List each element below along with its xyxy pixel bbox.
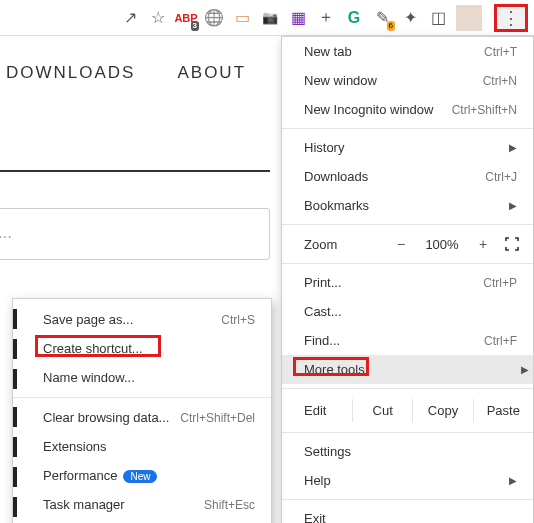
marker-icon (13, 497, 17, 517)
share-icon[interactable]: ↗ (120, 8, 140, 28)
purple-ext-icon[interactable]: ▦ (288, 8, 308, 28)
bookmark-star-icon[interactable]: ☆ (148, 8, 168, 28)
nav-downloads[interactable]: DOWNLOADS (0, 55, 141, 91)
menu-bookmarks[interactable]: Bookmarks▶ (282, 191, 533, 220)
site-nav: DOWNLOADS ABOUT (0, 55, 252, 91)
submenu-extensions[interactable]: Extensions (13, 432, 271, 461)
chrome-menu-button[interactable]: ⋮ (494, 4, 528, 32)
profile-avatar[interactable] (456, 5, 482, 31)
nav-about[interactable]: ABOUT (171, 55, 252, 91)
marker-icon (13, 369, 17, 389)
submenu-performance[interactable]: PerformanceNew (13, 461, 271, 490)
submenu-name-window[interactable]: Name window... (13, 363, 271, 392)
plus-ext-icon[interactable]: ＋ (316, 8, 336, 28)
menu-help[interactable]: Help▶ (282, 466, 533, 495)
zoom-value: 100% (421, 237, 463, 252)
note-ext-icon[interactable]: ▭ (232, 8, 252, 28)
submenu-clear-data[interactable]: Clear browsing data...Ctrl+Shift+Del (13, 403, 271, 432)
menu-settings[interactable]: Settings (282, 437, 533, 466)
marker-icon (13, 309, 17, 329)
page-divider (0, 170, 270, 172)
camera-ext-icon[interactable]: 📷 (260, 8, 280, 28)
submenu-save-page[interactable]: Save page as...Ctrl+S (13, 305, 271, 334)
adblock-icon[interactable]: ABP3 (176, 8, 196, 28)
chrome-main-menu: New tabCtrl+T New windowCtrl+N New Incog… (281, 36, 534, 523)
menu-print[interactable]: Print...Ctrl+P (282, 268, 533, 297)
chevron-right-icon: ▶ (509, 475, 517, 486)
menu-edit-row: Edit Cut Copy Paste (282, 393, 533, 428)
zoom-label: Zoom (304, 237, 381, 252)
browser-toolbar: ↗ ☆ ABP3 🌐 ▭ 📷 ▦ ＋ G ✎6 ✦ ◫ ⋮ (0, 0, 534, 36)
menu-separator (282, 499, 533, 500)
submenu-task-manager[interactable]: Task managerShift+Esc (13, 490, 271, 519)
chevron-right-icon: ▶ (509, 142, 517, 153)
fullscreen-icon[interactable] (503, 235, 521, 253)
menu-separator (282, 263, 533, 264)
menu-cast[interactable]: Cast... (282, 297, 533, 326)
menu-separator (282, 432, 533, 433)
extensions-puzzle-icon[interactable]: ✦ (400, 8, 420, 28)
kebab-icon: ⋮ (502, 9, 520, 27)
grammarly-icon[interactable]: G (344, 8, 364, 28)
menu-more-tools[interactable]: More tools▶ (282, 355, 533, 384)
menu-exit[interactable]: Exit (282, 504, 533, 523)
menu-separator (282, 388, 533, 389)
submenu-separator (13, 397, 271, 398)
menu-zoom-row: Zoom − 100% + (282, 229, 533, 259)
new-badge: New (123, 470, 157, 483)
menu-downloads[interactable]: DownloadsCtrl+J (282, 162, 533, 191)
more-tools-submenu: Save page as...Ctrl+S Create shortcut...… (12, 298, 272, 523)
globe-icon[interactable]: 🌐 (204, 8, 224, 28)
marker-icon (13, 467, 17, 487)
menu-separator (282, 128, 533, 129)
menu-new-incognito[interactable]: New Incognito windowCtrl+Shift+N (282, 95, 533, 124)
marker-icon (13, 407, 17, 427)
chevron-right-icon: ▶ (521, 364, 529, 375)
page-search-input[interactable]: te ... (0, 208, 270, 260)
zoom-in-button[interactable]: + (473, 236, 493, 252)
edit-cut-button[interactable]: Cut (352, 399, 412, 422)
edit-copy-button[interactable]: Copy (412, 399, 472, 422)
menu-find[interactable]: Find...Ctrl+F (282, 326, 533, 355)
pen-ext-icon[interactable]: ✎6 (372, 8, 392, 28)
edit-paste-button[interactable]: Paste (473, 399, 533, 422)
marker-icon (13, 437, 17, 457)
edit-label: Edit (304, 403, 352, 418)
menu-new-tab[interactable]: New tabCtrl+T (282, 37, 533, 66)
submenu-create-shortcut[interactable]: Create shortcut... (13, 334, 271, 363)
menu-separator (282, 224, 533, 225)
chevron-right-icon: ▶ (509, 200, 517, 211)
menu-new-window[interactable]: New windowCtrl+N (282, 66, 533, 95)
menu-history[interactable]: History▶ (282, 133, 533, 162)
sidepanel-icon[interactable]: ◫ (428, 8, 448, 28)
zoom-out-button[interactable]: − (391, 236, 411, 252)
